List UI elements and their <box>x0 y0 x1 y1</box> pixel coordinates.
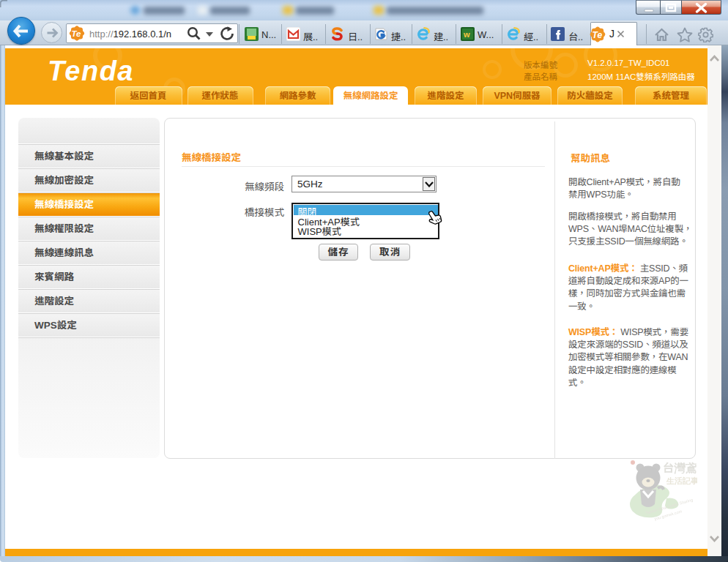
svg-text:w: w <box>463 30 470 39</box>
svg-text:Te: Te <box>593 30 603 40</box>
svg-text:台灣鳶: 台灣鳶 <box>663 459 697 475</box>
svg-text:生活記事: 生活記事 <box>666 474 697 486</box>
svg-text:Te: Te <box>72 29 82 38</box>
